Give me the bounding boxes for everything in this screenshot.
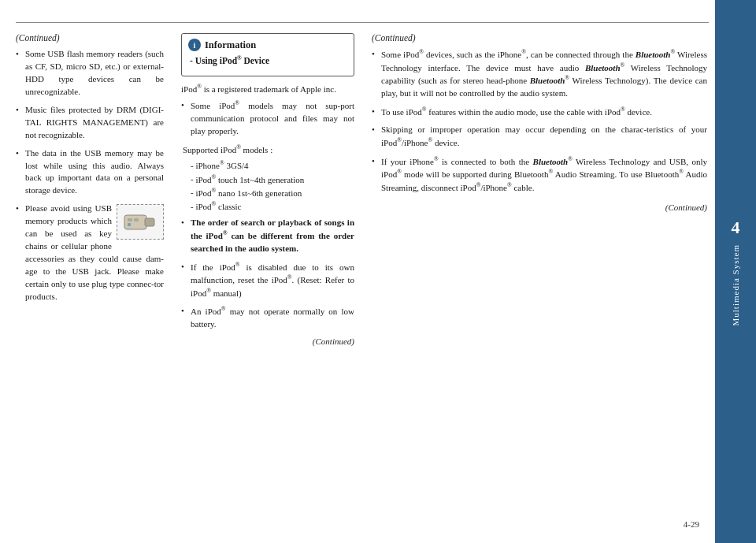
list-item: iPhone® 3GS/4 xyxy=(181,158,354,172)
list-item: Some USB flash memory readers (such as C… xyxy=(16,48,164,99)
right-continued-bottom: (Continued) xyxy=(372,203,707,212)
page-number: 4-29 xyxy=(684,519,699,529)
list-item: Some iPod® models may not sup-port commu… xyxy=(181,99,354,137)
right-sidebar: 4 Multimedia System xyxy=(715,0,756,543)
top-border-line xyxy=(16,22,709,23)
list-item: To use iPod® features within the audio m… xyxy=(372,106,707,119)
supported-label: Supported iPod® models : xyxy=(183,143,354,157)
list-item: If your iPhone® is connected to both the… xyxy=(372,155,707,195)
list-item: iPod® classic xyxy=(181,199,354,213)
sidebar-chapter-label: Multimedia System xyxy=(731,244,740,325)
svg-rect-3 xyxy=(134,218,139,221)
col-right: (Continued) Some iPod® devices, such as … xyxy=(362,30,707,515)
list-item: Some iPod® devices, such as the iPhone®,… xyxy=(372,48,707,100)
info-icon: i xyxy=(188,39,201,51)
middle-continued: (Continued) xyxy=(181,337,354,346)
col-left-continued: (Continued) xyxy=(16,33,164,43)
list-item: Skipping or improper operation may occur… xyxy=(372,124,707,150)
list-item: The order of search or playback of songs… xyxy=(181,217,354,255)
page-container: 4 Multimedia System 4-29 (Continued) Som… xyxy=(0,0,756,543)
list-item: iPod® touch 1st~4th generation xyxy=(181,173,354,186)
middle-bullet-list: Some iPod® models may not sup-port commu… xyxy=(181,99,354,137)
list-item: Music files protected by DRM (DIGI-TAL R… xyxy=(16,104,164,142)
col-middle: i Information - Using iPod® Device iPod®… xyxy=(173,30,362,515)
usb-icon xyxy=(123,209,158,236)
model-list: iPhone® 3GS/4 iPod® touch 1st~4th genera… xyxy=(181,158,354,213)
col-left: (Continued) Some USB flash memory reader… xyxy=(16,30,173,515)
list-item: The data in the USB memory may be lost w… xyxy=(16,147,164,198)
info-header: i Information xyxy=(188,39,347,51)
information-box: i Information - Using iPod® Device xyxy=(181,33,354,76)
middle-bullet-list-2: The order of search or playback of songs… xyxy=(181,217,354,331)
info-title: Information xyxy=(205,39,256,51)
svg-rect-1 xyxy=(145,218,154,226)
list-item: An iPod® may not operate normally on low… xyxy=(181,305,354,331)
col-right-continued: (Continued) xyxy=(372,33,707,43)
sidebar-chapter-number: 4 xyxy=(732,218,740,238)
info-subtitle: - Using iPod® Device xyxy=(188,54,347,65)
usb-drive-image xyxy=(117,204,164,240)
col-left-bullet-list: Some USB flash memory readers (such as C… xyxy=(16,48,164,303)
list-item: If the iPod® is disabled due to its own … xyxy=(181,261,354,300)
list-item: iPod® nano 1st~6th generation xyxy=(181,186,354,199)
intro-text: iPod® is a registered trademark of Apple… xyxy=(181,83,354,96)
right-bullet-list: Some iPod® devices, such as the iPhone®,… xyxy=(372,48,707,195)
list-item: Please avoid using USB memory products w… xyxy=(16,203,164,303)
svg-rect-4 xyxy=(128,223,131,226)
svg-rect-0 xyxy=(124,215,146,229)
svg-rect-2 xyxy=(128,218,132,221)
content-area: (Continued) Some USB flash memory reader… xyxy=(16,30,707,515)
